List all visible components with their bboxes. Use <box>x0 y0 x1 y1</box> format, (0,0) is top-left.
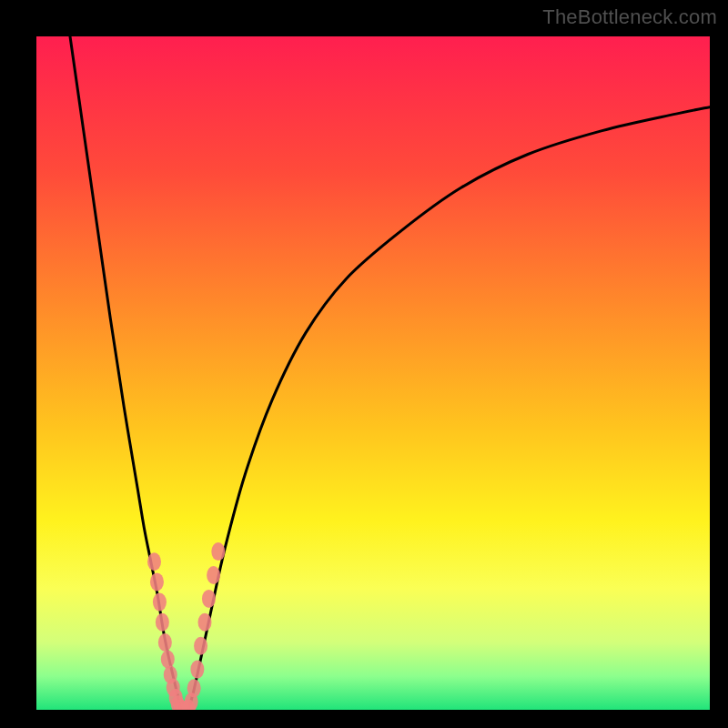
data-marker <box>158 633 172 652</box>
curve-layer <box>36 36 710 710</box>
data-marker <box>150 572 164 591</box>
curve-right-branch <box>188 107 710 710</box>
chart-frame: TheBottleneck.com <box>0 0 728 728</box>
data-marker <box>194 637 207 655</box>
data-marker <box>153 593 167 612</box>
data-marker <box>190 661 204 679</box>
data-marker <box>147 552 161 571</box>
data-marker <box>211 542 225 561</box>
data-marker <box>198 613 212 632</box>
data-marker <box>202 590 216 608</box>
plot-area <box>36 36 710 710</box>
data-marker <box>207 566 220 584</box>
data-marker <box>161 651 175 669</box>
data-marker <box>156 613 169 632</box>
watermark-text: TheBottleneck.com <box>542 5 717 29</box>
marker-group <box>147 542 225 710</box>
data-marker <box>187 679 201 697</box>
